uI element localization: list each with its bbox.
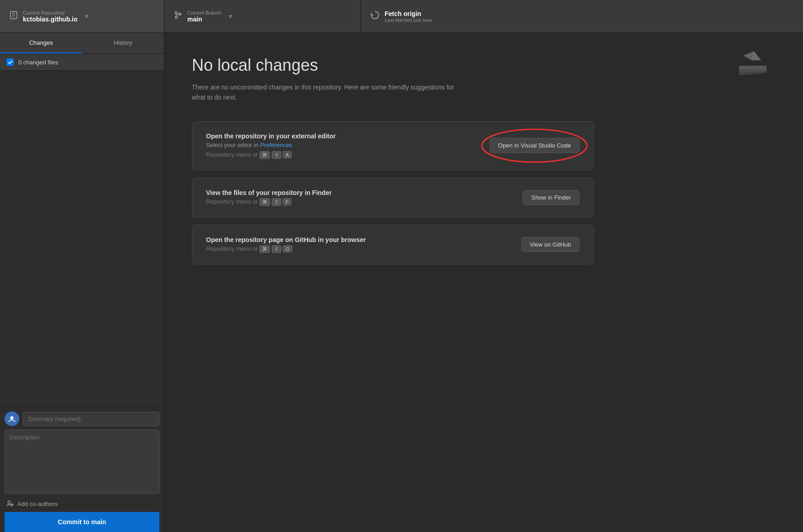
avatar xyxy=(5,411,19,426)
tab-history[interactable]: History xyxy=(82,33,164,53)
fetch-icon xyxy=(370,10,380,22)
show-finder-button[interactable]: Show in Finder xyxy=(523,190,580,205)
sidebar-tabs: Changes History xyxy=(0,33,164,54)
svg-point-9 xyxy=(8,501,11,504)
action-card-finder-shortcut: Repository menu or ⌘ ⇧ F xyxy=(206,198,332,206)
select-all-checkbox[interactable] xyxy=(6,58,14,66)
repo-icon xyxy=(9,11,18,22)
top-bar: Current Repository kctobias.github.io ▼ … xyxy=(0,0,803,33)
open-vscode-wrap: Open in Visual Studio Code xyxy=(490,138,580,153)
action-card-github-shortcut: Repository menu or ⌘ ⇧ G xyxy=(206,245,366,253)
fetch-label: Fetch origin xyxy=(385,10,432,17)
commit-button-prefix: Commit to xyxy=(58,518,91,526)
sidebar-bottom: Add co-authors Commit to main xyxy=(0,406,164,532)
action-card-editor-subtitle-prefix: Select your editor in xyxy=(206,142,260,148)
action-card-finder-title: View the files of your repository in Fin… xyxy=(206,189,332,196)
view-github-button[interactable]: View on GitHub xyxy=(521,237,580,252)
no-changes-illustration xyxy=(730,47,776,92)
branch-icon xyxy=(174,11,183,22)
summary-input[interactable] xyxy=(23,412,159,426)
main-layout: Changes History 0 changed files xyxy=(0,33,803,532)
commit-button-branch: main xyxy=(91,518,106,526)
svg-point-5 xyxy=(175,16,178,19)
svg-point-4 xyxy=(175,12,178,14)
svg-point-8 xyxy=(11,416,14,420)
repo-label: Current Repository xyxy=(23,10,78,16)
repo-name: kctobias.github.io xyxy=(23,16,78,23)
commit-button[interactable]: Commit to main xyxy=(5,512,159,532)
action-card-github-title: Open the repository page on GitHub in yo… xyxy=(206,236,366,243)
branch-name: main xyxy=(187,16,222,23)
co-author-label: Add co-authors xyxy=(17,500,58,507)
action-card-editor-title: Open the repository in your external edi… xyxy=(206,132,336,140)
content-area: No local changes There are no uncommitte… xyxy=(164,33,803,532)
branch-label: Current Branch xyxy=(187,10,222,16)
branch-selector[interactable]: Current Branch main ▼ xyxy=(164,0,361,32)
fetch-sublabel: Last fetched just now xyxy=(385,17,432,23)
file-list xyxy=(0,71,164,406)
fetch-button[interactable]: Fetch origin Last fetched just now xyxy=(361,0,557,32)
changed-files-row: 0 changed files xyxy=(0,54,164,71)
action-card-editor-shortcut: Repository menu or ⌘ ⇧ A xyxy=(206,151,336,159)
repo-selector[interactable]: Current Repository kctobias.github.io ▼ xyxy=(0,0,164,32)
open-vscode-button[interactable]: Open in Visual Studio Code xyxy=(490,138,580,153)
no-changes-title: No local changes xyxy=(192,56,776,75)
repo-chevron: ▼ xyxy=(84,13,90,20)
description-input[interactable] xyxy=(5,430,159,494)
action-card-editor-subtitle: Select your editor in Preferences xyxy=(206,142,336,148)
preferences-link[interactable]: Preferences xyxy=(260,142,292,148)
action-card-editor: Open the repository in your external edi… xyxy=(192,121,594,170)
action-card-editor-info: Open the repository in your external edi… xyxy=(206,132,336,159)
tab-changes[interactable]: Changes xyxy=(0,33,82,53)
no-changes-desc: There are no uncommitted changes in this… xyxy=(192,82,466,103)
co-author-button[interactable]: Add co-authors xyxy=(5,495,159,512)
changed-files-count: 0 changed files xyxy=(18,59,58,66)
commit-summary-row xyxy=(5,411,159,426)
branch-chevron: ▼ xyxy=(228,13,233,20)
svg-rect-14 xyxy=(739,66,766,69)
sidebar: Changes History 0 changed files xyxy=(0,33,164,532)
action-card-finder-info: View the files of your repository in Fin… xyxy=(206,189,332,206)
action-card-finder: View the files of your repository in Fin… xyxy=(192,178,594,217)
action-card-github-info: Open the repository page on GitHub in yo… xyxy=(206,236,366,253)
action-card-github: Open the repository page on GitHub in yo… xyxy=(192,225,594,264)
